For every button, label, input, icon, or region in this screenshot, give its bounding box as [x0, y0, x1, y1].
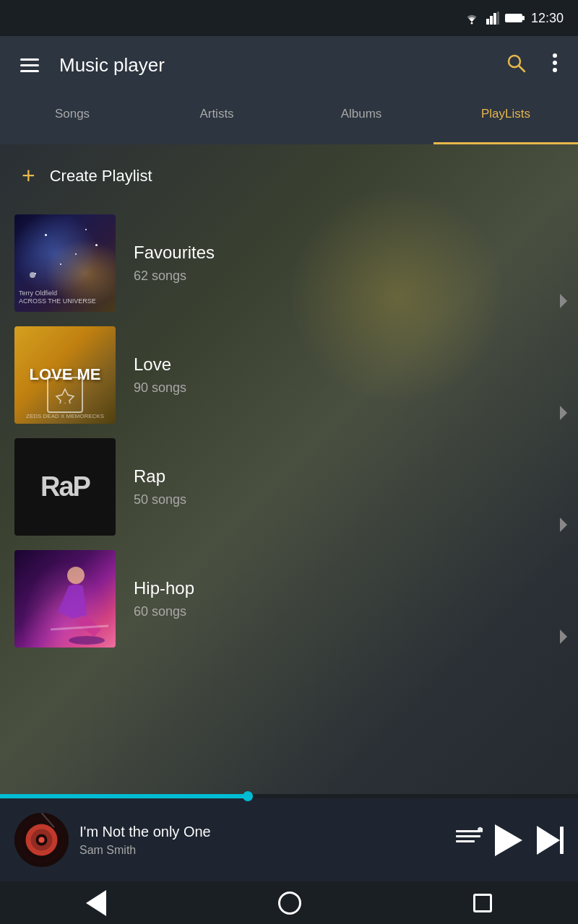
svg-rect-4 [497, 12, 499, 25]
now-playing-artist: Sam Smith [79, 844, 445, 857]
status-time: 12:30 [531, 11, 564, 26]
playlist-count: 50 songs [134, 492, 564, 507]
battery-icon [505, 12, 525, 24]
more-arrow-icon [560, 406, 567, 420]
tab-songs[interactable]: Songs [0, 94, 144, 144]
nav-recents-button[interactable] [473, 894, 492, 912]
queue-icon [456, 830, 480, 850]
playlist-info-rap: Rap 50 songs [116, 466, 564, 507]
svg-point-13 [67, 567, 85, 584]
svg-point-10 [553, 61, 557, 65]
status-bar: 12:30 [0, 0, 578, 36]
more-icon [552, 53, 558, 73]
svg-rect-3 [493, 13, 496, 25]
play-button[interactable] [495, 824, 522, 856]
player-controls [456, 824, 564, 856]
playlist-name: Hip-hop [134, 578, 564, 598]
signal-icon [486, 12, 499, 25]
app-title: Music player [59, 54, 486, 77]
content-area: + Create Playlist Terry OldfieldACROSS T… [0, 144, 578, 794]
nav-bar [0, 881, 578, 924]
playlist-item-love[interactable]: LOVE ME ZEDS DEAD X MEMORECKS Love 90 so… [0, 319, 578, 431]
back-icon [86, 890, 106, 916]
home-icon [278, 892, 301, 915]
playlist-item-favourites[interactable]: Terry OldfieldACROSS THE UNIVERSE Favour… [0, 207, 578, 319]
playlist-info-favourites: Favourites 62 songs [116, 243, 564, 284]
playlist-count: 62 songs [134, 269, 564, 284]
plus-icon: + [22, 162, 35, 189]
playlist-count: 90 songs [134, 380, 564, 396]
more-arrow-icon [560, 294, 567, 308]
playlist-name: Favourites [134, 243, 564, 263]
now-playing-bar: I'm Not the only One Sam Smith [0, 798, 578, 881]
svg-point-21 [39, 837, 45, 843]
playlist-thumb-rap: RaP [14, 438, 116, 536]
svg-rect-5 [505, 14, 522, 22]
svg-line-8 [519, 66, 525, 71]
playlist-item-rap[interactable]: RaP Rap 50 songs [0, 431, 578, 543]
nav-home-button[interactable] [278, 892, 301, 915]
svg-point-14 [69, 636, 105, 645]
now-playing-info: I'm Not the only One Sam Smith [79, 824, 445, 857]
svg-point-9 [553, 53, 557, 58]
status-icons: 12:30 [463, 11, 564, 26]
queue-button[interactable] [456, 830, 480, 850]
love-badge [47, 377, 83, 413]
now-playing-title: I'm Not the only One [79, 824, 445, 840]
svg-point-11 [553, 68, 557, 72]
playlist-count: 60 songs [134, 604, 564, 619]
rap-text: RaP [40, 471, 90, 502]
playlist-item-hiphop[interactable]: Hip-hop 60 songs [0, 543, 578, 655]
tab-artists[interactable]: Artists [144, 94, 289, 144]
playlist-thumb-hiphop [14, 550, 116, 648]
progress-bar-area[interactable] [0, 794, 578, 798]
more-arrow-icon [560, 629, 567, 644]
playlist-thumb-love: LOVE ME ZEDS DEAD X MEMORECKS [14, 326, 116, 424]
create-playlist-button[interactable]: + Create Playlist [0, 144, 578, 207]
next-icon [537, 826, 564, 855]
tab-albums[interactable]: Albums [289, 94, 434, 144]
more-options-button[interactable] [546, 47, 564, 83]
recents-icon [473, 894, 492, 912]
playlist-info-hiphop: Hip-hop 60 songs [116, 578, 564, 619]
create-playlist-label: Create Playlist [50, 167, 152, 186]
tab-bar: Songs Artists Albums PlayLists [0, 94, 578, 144]
playlist-info-love: Love 90 songs [116, 354, 564, 396]
svg-rect-1 [486, 19, 489, 25]
svg-marker-12 [56, 389, 74, 404]
wifi-icon [463, 12, 480, 25]
app-bar: Music player [0, 36, 578, 94]
playlist-name: Love [134, 354, 564, 375]
hiphop-art [14, 550, 116, 648]
next-button[interactable] [537, 826, 564, 855]
svg-rect-2 [490, 16, 493, 25]
nav-back-button[interactable] [86, 890, 106, 916]
play-icon [495, 824, 522, 856]
more-arrow-icon [560, 518, 567, 532]
playlist-thumb-favourites: Terry OldfieldACROSS THE UNIVERSE [14, 214, 116, 312]
svg-rect-23 [481, 828, 483, 832]
svg-point-0 [470, 22, 473, 25]
album-art-thumb [14, 813, 69, 867]
progress-fill [0, 794, 249, 798]
svg-rect-6 [522, 16, 525, 20]
playlist-name: Rap [134, 466, 564, 487]
tab-playlists[interactable]: PlayLists [434, 94, 578, 144]
search-icon [506, 53, 526, 73]
search-button[interactable] [500, 47, 532, 83]
thumb-text-favourites: Terry OldfieldACROSS THE UNIVERSE [19, 289, 96, 306]
menu-button[interactable] [14, 53, 45, 78]
